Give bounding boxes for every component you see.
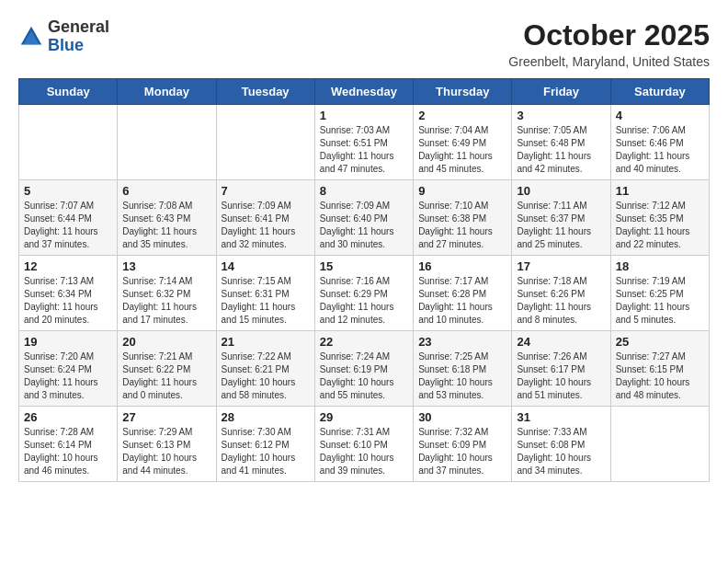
- day-number: 13: [122, 259, 210, 273]
- day-header-saturday: Saturday: [610, 79, 709, 105]
- day-info: Sunrise: 7:09 AM Sunset: 6:40 PM Dayligh…: [320, 200, 408, 251]
- day-info: Sunrise: 7:17 AM Sunset: 6:28 PM Dayligh…: [418, 275, 506, 327]
- calendar-cell: 2Sunrise: 7:04 AM Sunset: 6:49 PM Daylig…: [414, 105, 512, 180]
- calendar-cell: 14Sunrise: 7:15 AM Sunset: 6:31 PM Dayli…: [216, 256, 314, 331]
- day-number: 17: [517, 259, 605, 273]
- day-header-wednesday: Wednesday: [314, 79, 413, 105]
- day-header-sunday: Sunday: [19, 79, 118, 105]
- day-info: Sunrise: 7:09 AM Sunset: 6:41 PM Dayligh…: [222, 200, 310, 251]
- day-number: 21: [222, 335, 310, 349]
- day-info: Sunrise: 7:21 AM Sunset: 6:22 PM Dayligh…: [122, 350, 210, 402]
- day-number: 22: [320, 335, 408, 349]
- day-info: Sunrise: 7:06 AM Sunset: 6:46 PM Dayligh…: [616, 124, 704, 176]
- day-info: Sunrise: 7:24 AM Sunset: 6:19 PM Dayligh…: [320, 350, 408, 402]
- day-header-thursday: Thursday: [414, 79, 512, 105]
- day-info: Sunrise: 7:08 AM Sunset: 6:43 PM Dayligh…: [122, 200, 210, 251]
- calendar-cell: 6Sunrise: 7:08 AM Sunset: 6:43 PM Daylig…: [118, 180, 216, 256]
- calendar-cell: 24Sunrise: 7:26 AM Sunset: 6:17 PM Dayli…: [512, 331, 610, 407]
- calendar-cell: [118, 105, 216, 180]
- calendar-cell: 16Sunrise: 7:17 AM Sunset: 6:28 PM Dayli…: [414, 256, 512, 331]
- day-number: 8: [320, 184, 408, 198]
- day-number: 25: [616, 335, 704, 349]
- calendar-cell: 17Sunrise: 7:18 AM Sunset: 6:26 PM Dayli…: [512, 256, 610, 331]
- location-text: Greenbelt, Maryland, United States: [508, 54, 710, 69]
- day-info: Sunrise: 7:30 AM Sunset: 6:12 PM Dayligh…: [222, 426, 310, 477]
- day-number: 30: [418, 410, 506, 424]
- calendar-cell: 21Sunrise: 7:22 AM Sunset: 6:21 PM Dayli…: [216, 331, 314, 407]
- calendar-week-2: 5Sunrise: 7:07 AM Sunset: 6:44 PM Daylig…: [19, 180, 710, 256]
- calendar-cell: [216, 105, 314, 180]
- day-number: 23: [418, 335, 506, 349]
- day-number: 15: [320, 259, 408, 273]
- calendar-cell: 22Sunrise: 7:24 AM Sunset: 6:19 PM Dayli…: [314, 331, 413, 407]
- day-info: Sunrise: 7:03 AM Sunset: 6:51 PM Dayligh…: [320, 124, 408, 176]
- calendar-cell: 3Sunrise: 7:05 AM Sunset: 6:48 PM Daylig…: [512, 105, 610, 180]
- logo-text: General Blue: [48, 18, 109, 55]
- logo: General Blue: [18, 18, 109, 55]
- day-number: 10: [517, 184, 605, 198]
- calendar-cell: 15Sunrise: 7:16 AM Sunset: 6:29 PM Dayli…: [314, 256, 413, 331]
- day-info: Sunrise: 7:27 AM Sunset: 6:15 PM Dayligh…: [616, 350, 704, 402]
- calendar-cell: [610, 407, 709, 482]
- day-info: Sunrise: 7:32 AM Sunset: 6:09 PM Dayligh…: [418, 426, 506, 477]
- day-number: 3: [517, 109, 605, 122]
- day-info: Sunrise: 7:15 AM Sunset: 6:31 PM Dayligh…: [222, 275, 310, 327]
- day-number: 24: [517, 335, 605, 349]
- day-number: 7: [222, 184, 310, 198]
- title-block: October 2025 Greenbelt, Maryland, United…: [508, 18, 710, 69]
- day-info: Sunrise: 7:13 AM Sunset: 6:34 PM Dayligh…: [24, 275, 112, 327]
- day-info: Sunrise: 7:10 AM Sunset: 6:38 PM Dayligh…: [418, 200, 506, 251]
- calendar-cell: 11Sunrise: 7:12 AM Sunset: 6:35 PM Dayli…: [610, 180, 709, 256]
- logo-general-text: General: [48, 17, 109, 36]
- day-header-tuesday: Tuesday: [216, 79, 314, 105]
- day-number: 31: [517, 410, 605, 424]
- day-info: Sunrise: 7:31 AM Sunset: 6:10 PM Dayligh…: [320, 426, 408, 477]
- calendar-cell: 12Sunrise: 7:13 AM Sunset: 6:34 PM Dayli…: [19, 256, 118, 331]
- day-number: 19: [24, 335, 112, 349]
- month-title: October 2025: [508, 18, 710, 52]
- calendar-table: SundayMondayTuesdayWednesdayThursdayFrid…: [18, 78, 710, 482]
- day-info: Sunrise: 7:28 AM Sunset: 6:14 PM Dayligh…: [24, 426, 112, 477]
- calendar-cell: 1Sunrise: 7:03 AM Sunset: 6:51 PM Daylig…: [314, 105, 413, 180]
- calendar-cell: 25Sunrise: 7:27 AM Sunset: 6:15 PM Dayli…: [610, 331, 709, 407]
- day-number: 11: [616, 184, 704, 198]
- calendar-week-5: 26Sunrise: 7:28 AM Sunset: 6:14 PM Dayli…: [19, 407, 710, 482]
- day-number: 1: [320, 109, 408, 122]
- day-info: Sunrise: 7:14 AM Sunset: 6:32 PM Dayligh…: [122, 275, 210, 327]
- day-number: 2: [418, 109, 506, 122]
- day-number: 6: [122, 184, 210, 198]
- day-number: 14: [222, 259, 310, 273]
- calendar-cell: 30Sunrise: 7:32 AM Sunset: 6:09 PM Dayli…: [414, 407, 512, 482]
- calendar-week-4: 19Sunrise: 7:20 AM Sunset: 6:24 PM Dayli…: [19, 331, 710, 407]
- day-info: Sunrise: 7:16 AM Sunset: 6:29 PM Dayligh…: [320, 275, 408, 327]
- calendar-cell: 18Sunrise: 7:19 AM Sunset: 6:25 PM Dayli…: [610, 256, 709, 331]
- day-number: 26: [24, 410, 112, 424]
- day-info: Sunrise: 7:29 AM Sunset: 6:13 PM Dayligh…: [122, 426, 210, 477]
- page-header: General Blue October 2025 Greenbelt, Mar…: [18, 18, 710, 69]
- day-number: 18: [616, 259, 704, 273]
- calendar-cell: 8Sunrise: 7:09 AM Sunset: 6:40 PM Daylig…: [314, 180, 413, 256]
- day-number: 5: [24, 184, 112, 198]
- day-header-friday: Friday: [512, 79, 610, 105]
- calendar-cell: 4Sunrise: 7:06 AM Sunset: 6:46 PM Daylig…: [610, 105, 709, 180]
- day-number: 16: [418, 259, 506, 273]
- day-number: 4: [616, 109, 704, 122]
- calendar-cell: 20Sunrise: 7:21 AM Sunset: 6:22 PM Dayli…: [118, 331, 216, 407]
- day-header-monday: Monday: [118, 79, 216, 105]
- day-info: Sunrise: 7:22 AM Sunset: 6:21 PM Dayligh…: [222, 350, 310, 402]
- logo-icon: [18, 24, 44, 50]
- logo-blue-text: Blue: [48, 36, 84, 54]
- day-number: 29: [320, 410, 408, 424]
- calendar-cell: 13Sunrise: 7:14 AM Sunset: 6:32 PM Dayli…: [118, 256, 216, 331]
- day-info: Sunrise: 7:20 AM Sunset: 6:24 PM Dayligh…: [24, 350, 112, 402]
- calendar-week-1: 1Sunrise: 7:03 AM Sunset: 6:51 PM Daylig…: [19, 105, 710, 180]
- day-info: Sunrise: 7:04 AM Sunset: 6:49 PM Dayligh…: [418, 124, 506, 176]
- calendar-cell: [19, 105, 118, 180]
- calendar-cell: 10Sunrise: 7:11 AM Sunset: 6:37 PM Dayli…: [512, 180, 610, 256]
- calendar-cell: 5Sunrise: 7:07 AM Sunset: 6:44 PM Daylig…: [19, 180, 118, 256]
- calendar-cell: 19Sunrise: 7:20 AM Sunset: 6:24 PM Dayli…: [19, 331, 118, 407]
- calendar-cell: 28Sunrise: 7:30 AM Sunset: 6:12 PM Dayli…: [216, 407, 314, 482]
- calendar-cell: 9Sunrise: 7:10 AM Sunset: 6:38 PM Daylig…: [414, 180, 512, 256]
- day-info: Sunrise: 7:12 AM Sunset: 6:35 PM Dayligh…: [616, 200, 704, 251]
- day-info: Sunrise: 7:07 AM Sunset: 6:44 PM Dayligh…: [24, 200, 112, 251]
